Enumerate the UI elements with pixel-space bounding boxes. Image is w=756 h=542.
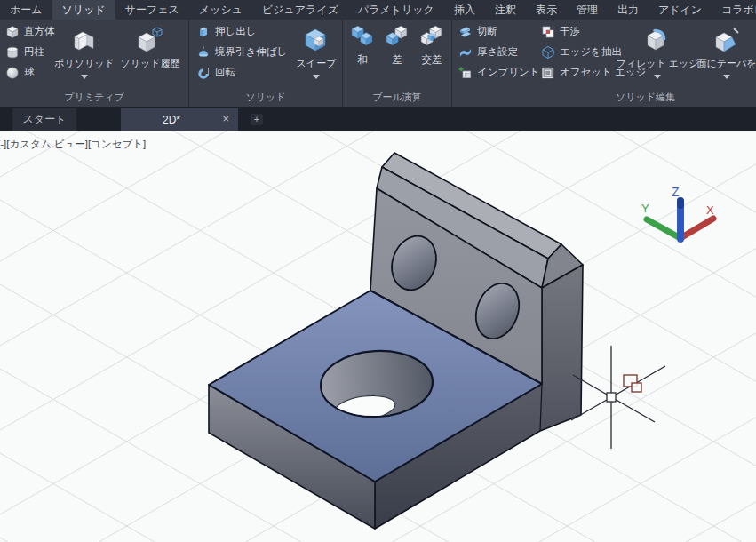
intersect-button[interactable]: 交差 (415, 23, 449, 67)
crosshair-cursor (571, 346, 665, 449)
thicken-icon (458, 45, 473, 60)
menu-tab-home[interactable]: ホーム (0, 0, 52, 20)
menu-tab-collaborate[interactable]: コラボレート (712, 0, 756, 20)
ucs-y-label: Y (641, 202, 649, 215)
ucs-x-axis (680, 219, 713, 238)
thicken-label: 厚さ設定 (477, 45, 518, 59)
new-tab-button[interactable]: + (251, 114, 263, 125)
extrude-label: 押し出し (215, 25, 257, 38)
presspull-icon (196, 45, 211, 60)
interference-label: 干渉 (560, 25, 580, 38)
menu-tab-parametric[interactable]: パラメトリック (348, 0, 444, 20)
thicken-button[interactable]: 厚さ設定 (455, 42, 544, 62)
subtract-icon (384, 23, 410, 50)
selection-badge-icon (624, 375, 641, 392)
dropdown-arrow-icon[interactable] (654, 75, 661, 79)
solid-history-icon (136, 26, 164, 54)
drawing-viewport[interactable]: Z Y X [-][カスタム ビュー][コンセプト] (0, 131, 756, 542)
extract-edges-icon (541, 45, 555, 60)
polysolid-label: ポリソリッド (54, 57, 115, 70)
presspull-label: 境界引き伸ばし (215, 45, 287, 59)
menu-tab-insert[interactable]: 挿入 (444, 0, 485, 20)
subtract-button[interactable]: 差 (380, 23, 414, 67)
menu-tab-manage[interactable]: 管理 (567, 0, 608, 20)
box-button[interactable]: 直方体 (2, 21, 59, 42)
file-tab-bar: スタート 2D* × + (0, 107, 756, 131)
menu-tab-mesh[interactable]: メッシュ (189, 0, 252, 20)
file-tab-start[interactable]: スタート (12, 108, 76, 131)
cylinder-label: 円柱 (24, 45, 44, 59)
revolve-icon (196, 66, 211, 80)
union-button[interactable]: 和 (346, 23, 379, 67)
sphere-button[interactable]: 球 (2, 62, 59, 83)
slice-icon (458, 25, 473, 39)
ribbon: 直方体 円柱 球 ポリソリッド (0, 20, 756, 107)
pickbox (607, 393, 616, 402)
menu-tab-solid[interactable]: ソリッド (52, 0, 115, 20)
box-icon (5, 25, 20, 39)
autocad-window: { "menu_tabs": [ {"label": "ホーム", "activ… (0, 0, 756, 542)
menu-tab-surface[interactable]: サーフェス (115, 0, 189, 20)
union-label: 和 (357, 53, 368, 67)
cylinder-button[interactable]: 円柱 (2, 42, 59, 62)
union-icon (349, 23, 376, 50)
panel-primitive: 直方体 円柱 球 ポリソリッド (0, 20, 189, 107)
fillet-edge-icon (643, 26, 672, 54)
cylinder-icon (5, 45, 20, 60)
menu-tab-visualize[interactable]: ビジュアライズ (252, 0, 348, 20)
ucs-icon[interactable]: Z Y X (641, 185, 714, 239)
menu-tab-addins[interactable]: アドイン (649, 0, 712, 20)
fillet-edge-label: フィレット エッジ (616, 57, 698, 70)
viewport-canvas: Z Y X (0, 131, 756, 542)
subtract-label: 差 (392, 53, 402, 67)
menu-tab-view[interactable]: 表示 (526, 0, 567, 20)
file-tab-2d-label: 2D* (163, 114, 180, 126)
revolve-label: 回転 (215, 66, 235, 79)
presspull-button[interactable]: 境界引き伸ばし (193, 42, 290, 62)
imprint-label: インプリント (477, 66, 540, 79)
sweep-icon (302, 26, 330, 54)
panel-label-primitive[interactable]: プリミティブ (0, 91, 188, 104)
viewport-controls-label[interactable]: [-][カスタム ビュー][コンセプト] (0, 138, 146, 151)
sphere-icon (5, 66, 20, 80)
panel-boolean: 和 差 交差 ブール演算 (343, 20, 452, 107)
revolve-button[interactable]: 回転 (193, 62, 290, 83)
panel-label-solid-editing[interactable]: ソリッド編集 (520, 91, 756, 104)
offset-edge-icon (541, 66, 555, 80)
intersect-icon (418, 23, 445, 50)
taper-face-icon (712, 26, 741, 54)
menu-tab-annotate[interactable]: 注釈 (485, 0, 526, 20)
sphere-label: 球 (24, 66, 35, 79)
dropdown-arrow-icon[interactable] (313, 75, 320, 79)
extrude-icon (196, 25, 211, 39)
box-label: 直方体 (24, 25, 55, 38)
interference-icon (541, 25, 555, 39)
panel-label-solid[interactable]: ソリッド (189, 91, 342, 104)
polysolid-icon (70, 26, 99, 54)
file-tab-2d[interactable]: 2D* × (121, 108, 238, 131)
imprint-button[interactable]: インプリント (455, 62, 544, 83)
menu-tab-output[interactable]: 出力 (608, 0, 649, 20)
dropdown-arrow-icon[interactable] (723, 75, 730, 79)
extrude-button[interactable]: 押し出し (193, 21, 290, 42)
dropdown-arrow-icon[interactable] (81, 75, 88, 79)
slice-label: 切断 (477, 25, 497, 38)
ucs-z-label: Z (672, 185, 680, 199)
solid-history-label: ソリッド履歴 (120, 57, 179, 70)
panel-solid-editing: 切断 厚さ設定 インプリント 干渉 エッジを抽出 (452, 20, 756, 107)
ucs-y-axis (647, 219, 680, 238)
close-icon[interactable]: × (222, 113, 229, 124)
imprint-icon (458, 66, 473, 80)
extract-edges-label: エッジを抽出 (560, 45, 622, 59)
intersect-label: 交差 (422, 53, 442, 67)
ucs-x-label: X (706, 203, 714, 217)
panel-solid: 押し出し 境界引き伸ばし 回転 (189, 20, 343, 107)
sweep-label: スイープ (297, 57, 337, 70)
panel-label-boolean[interactable]: ブール演算 (343, 91, 451, 104)
slice-button[interactable]: 切断 (455, 21, 544, 42)
taper-face-label: 面にテーパを (696, 57, 756, 70)
solid-model[interactable] (209, 153, 583, 529)
ribbon-tab-bar: ホーム ソリッド サーフェス メッシュ ビジュアライズ パラメトリック 挿入 注… (0, 0, 756, 20)
